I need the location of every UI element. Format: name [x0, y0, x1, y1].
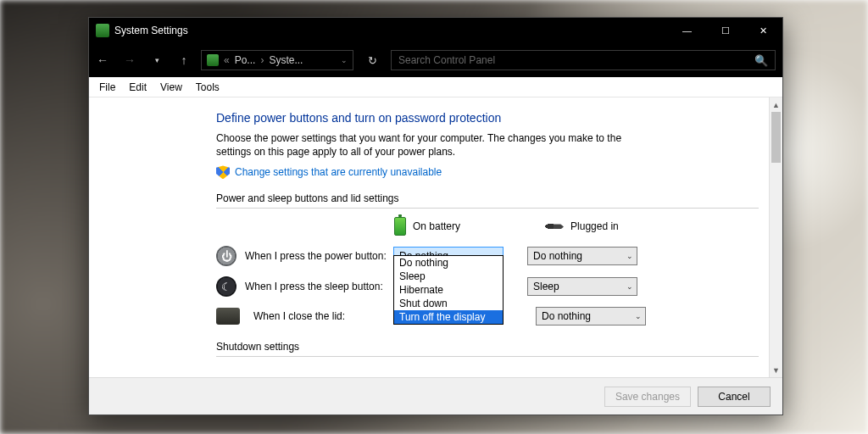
up-button[interactable]: ↑: [170, 43, 198, 77]
change-settings-link[interactable]: Change settings that are currently unava…: [235, 166, 442, 178]
sleep-plugged-select[interactable]: Sleep⌄: [527, 277, 637, 296]
address-dropdown-icon[interactable]: ⌄: [341, 56, 348, 64]
section-divider: [216, 208, 759, 209]
col-plugged-label: Plugged in: [570, 220, 619, 232]
page-body: Define power buttons and turn on passwor…: [89, 97, 769, 377]
search-box[interactable]: 🔍: [391, 50, 776, 70]
maximize-button[interactable]: ☐: [706, 18, 744, 43]
scroll-track[interactable]: [770, 112, 782, 363]
dropdown-option[interactable]: Sleep: [394, 270, 503, 283]
cancel-button[interactable]: Cancel: [698, 387, 771, 407]
power-battery-options-list[interactable]: Do nothingSleepHibernateShut downTurn of…: [393, 255, 504, 325]
power-plugged-value: Do nothing: [533, 250, 582, 262]
dropdown-option[interactable]: Hibernate: [394, 283, 503, 297]
close-button[interactable]: ✕: [744, 18, 782, 43]
app-icon: [96, 24, 109, 37]
chevron-down-icon: ⌄: [635, 312, 642, 320]
nav-toolbar: ← → ▾ ↑ « Po... › Syste... ⌄ ↻ 🔍: [89, 43, 782, 77]
menu-edit[interactable]: Edit: [122, 79, 153, 96]
scroll-thumb[interactable]: [771, 112, 781, 163]
row-sleep-label: When I press the sleep button:: [245, 281, 393, 292]
battery-icon: [394, 217, 406, 236]
refresh-button[interactable]: ↻: [360, 43, 384, 77]
col-battery-label: On battery: [413, 220, 460, 232]
search-input[interactable]: [398, 54, 754, 66]
page-heading: Define power buttons and turn on passwor…: [216, 111, 759, 125]
section-shutdown-title: Shutdown settings: [216, 341, 759, 353]
lid-icon: [216, 308, 240, 325]
breadcrumb-2[interactable]: Syste...: [269, 54, 303, 66]
page-description: Choose the power settings that you want …: [216, 131, 640, 159]
dialog-footer: Save changes Cancel: [89, 377, 782, 415]
power-plugged-select[interactable]: Do nothing⌄: [527, 247, 637, 265]
row-lid-label: When I close the lid:: [253, 310, 402, 322]
dropdown-option[interactable]: Shut down: [394, 297, 503, 310]
scroll-up-button[interactable]: ▲: [770, 97, 782, 112]
scroll-down-button[interactable]: ▼: [770, 363, 782, 377]
column-headers: On battery Plugged in: [394, 217, 759, 236]
recent-dropdown[interactable]: ▾: [143, 43, 170, 77]
breadcrumb-overflow[interactable]: «: [224, 54, 230, 66]
titlebar[interactable]: System Settings — ☐ ✕: [89, 18, 782, 43]
shield-icon: [216, 165, 230, 179]
chevron-down-icon: ⌄: [626, 252, 633, 260]
chevron-down-icon: ⌄: [626, 282, 633, 291]
section-power-buttons-title: Power and sleep buttons and lid settings: [216, 192, 759, 204]
content-area: Define power buttons and turn on passwor…: [89, 97, 782, 377]
vertical-scrollbar[interactable]: ▲ ▼: [769, 97, 782, 377]
row-power-label: When I press the power button:: [245, 250, 393, 262]
menu-bar: File Edit View Tools: [89, 77, 782, 97]
save-button[interactable]: Save changes: [604, 387, 691, 407]
back-button[interactable]: ←: [89, 43, 116, 77]
power-icon: ⏻: [216, 246, 236, 266]
menu-view[interactable]: View: [153, 79, 189, 96]
search-icon[interactable]: 🔍: [754, 54, 768, 67]
plug-icon: [545, 220, 564, 232]
sleep-icon: ☾: [216, 276, 236, 297]
lid-plugged-value: Do nothing: [542, 310, 591, 322]
section-divider-2: [216, 356, 759, 357]
chevron-right-icon: ›: [260, 54, 264, 66]
address-bar[interactable]: « Po... › Syste... ⌄: [201, 50, 353, 70]
breadcrumb-1[interactable]: Po...: [235, 54, 256, 66]
menu-file[interactable]: File: [92, 79, 122, 96]
menu-tools[interactable]: Tools: [189, 79, 226, 96]
sleep-plugged-value: Sleep: [533, 281, 559, 292]
dropdown-option[interactable]: Turn off the display: [394, 310, 503, 324]
forward-button[interactable]: →: [116, 43, 143, 77]
system-settings-window: System Settings — ☐ ✕ ← → ▾ ↑ « Po... › …: [88, 17, 783, 415]
window-title: System Settings: [114, 25, 668, 36]
dropdown-option[interactable]: Do nothing: [394, 256, 503, 270]
address-app-icon: [207, 54, 219, 66]
lid-plugged-select[interactable]: Do nothing⌄: [536, 307, 646, 326]
minimize-button[interactable]: —: [668, 18, 706, 43]
